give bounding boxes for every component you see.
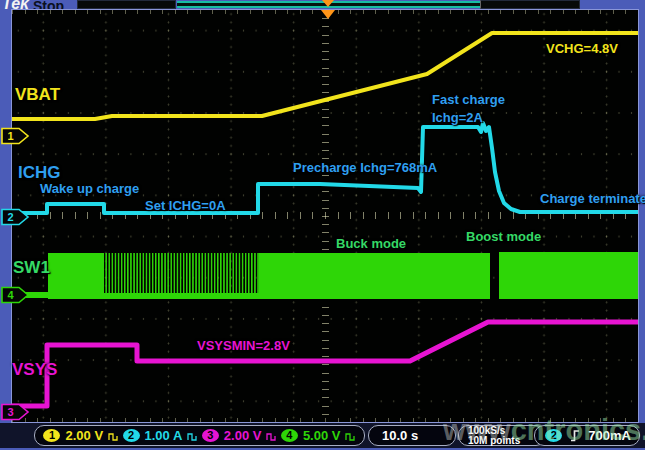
channel-1-coupling-icon — [108, 430, 118, 442]
channel-readouts[interactable]: 12.00 V21.00 A32.00 V45.00 V — [34, 425, 365, 446]
record-length: 10M points — [468, 436, 520, 446]
timebase-value: 10.0 s — [382, 428, 418, 443]
vchg-callout: VCHG=4.8V — [546, 41, 618, 56]
top-menu-area-left — [77, 0, 176, 9]
channel-3-coupling-icon — [266, 430, 276, 442]
channel-2-readout[interactable]: 21.00 A — [123, 428, 198, 443]
vsysmin-callout: VSYSMIN=2.8V — [197, 338, 290, 353]
oscilloscope-ui: Tek Stop 1243 VBATVCHG=4.8VICHGWake up c… — [0, 0, 645, 450]
boost-mode-callout: Boost mode — [466, 229, 541, 244]
channel-1-badge: 1 — [43, 429, 60, 442]
record-view-bar — [177, 1, 481, 8]
channel-4-readout[interactable]: 45.00 V — [281, 428, 356, 443]
channel-3-scale: 2.00 V — [224, 428, 262, 443]
buck-mode-callout: Buck mode — [336, 236, 406, 251]
channel-2-coupling-icon — [187, 430, 197, 442]
sample-rate: 100kS/s — [468, 426, 505, 436]
wakeup-callout: Wake up charge — [40, 181, 139, 196]
rising-edge-icon — [569, 428, 581, 443]
channel-1-readout[interactable]: 12.00 V — [43, 428, 118, 443]
channel-2-badge: 2 — [123, 429, 140, 442]
graticule-bottom-ticks — [12, 418, 638, 422]
precharge-callout: Precharge Ichg=768mA — [293, 160, 437, 175]
channel-4-badge: 4 — [281, 429, 298, 442]
channel-3-badge: 3 — [202, 429, 219, 442]
channel-4-coupling-icon — [345, 430, 355, 442]
sw1-label: SW1 — [13, 258, 50, 278]
channel-3-readout[interactable]: 32.00 V — [202, 428, 277, 443]
terminate-callout: Charge terminate — [540, 191, 645, 206]
fastcharge-callout: Fast charge — [432, 92, 505, 107]
vbat-label: VBAT — [15, 85, 60, 105]
channel-1-scale: 2.00 V — [65, 428, 103, 443]
ichg-label: ICHG — [18, 163, 61, 183]
trigger-source-badge: 2 — [545, 429, 562, 442]
timebase-readout[interactable]: 10.0 s — [368, 425, 456, 446]
set-ichg-callout: Set ICHG=0A — [145, 198, 226, 213]
trigger-readout[interactable]: 2 700mA — [534, 425, 640, 446]
waveform-display-area — [12, 10, 638, 422]
trigger-level: 700mA — [588, 428, 631, 443]
channel-2-scale: 1.00 A — [145, 428, 183, 443]
vsys-label: VSYS — [12, 360, 57, 380]
fastcharge-callout2: Ichg=2A — [432, 110, 483, 125]
top-menu-area-right — [480, 0, 580, 9]
channel-4-scale: 5.00 V — [303, 428, 341, 443]
acquisition-readout[interactable]: 100kS/s 10M points — [458, 425, 546, 446]
graticule-center-vertical — [322, 10, 329, 422]
